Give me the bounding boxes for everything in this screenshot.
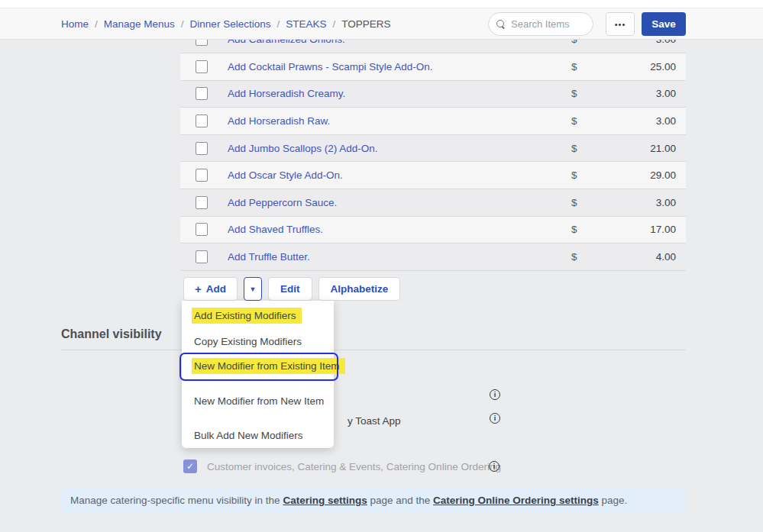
menu-item-bulk-add-new-modifiers[interactable]: Bulk Add New Modifiers — [194, 430, 303, 441]
banner-text: page and the — [367, 495, 433, 506]
add-dropdown-menu: Add Existing Modifiers Copy Existing Mod… — [182, 301, 334, 448]
save-button[interactable]: Save — [642, 12, 686, 36]
search-box[interactable] — [488, 12, 593, 36]
table-row: Add Oscar Style Add-On. $ 29.00 — [180, 162, 686, 189]
table-row-clipped: Add Caramelized Onions. $ 3.00 — [180, 40, 686, 53]
menu-item-add-existing-modifiers[interactable]: Add Existing Modifiers — [194, 310, 302, 321]
row-checkbox[interactable] — [196, 223, 208, 236]
menu-item-new-modifier-from-existing-item[interactable]: New Modifier from Existing Item — [194, 360, 345, 372]
modifier-name-link[interactable]: Add Peppercorn Sauce. — [228, 197, 571, 208]
breadcrumb-separator: / — [95, 18, 98, 30]
banner-text: Manage catering-specific menu visibility… — [70, 495, 283, 506]
row-checkbox[interactable] — [196, 40, 208, 46]
info-icon[interactable]: i — [490, 389, 500, 400]
section-divider — [61, 350, 686, 350]
checkmark-icon: ✓ — [186, 461, 194, 472]
row-checkbox[interactable] — [196, 142, 208, 155]
add-button[interactable]: + Add — [183, 277, 238, 301]
info-icon[interactable]: i — [490, 413, 500, 424]
table-row: Add Horseradish Raw. $ 3.00 — [180, 108, 686, 135]
modifier-name-link[interactable]: Add Truffle Butter. — [228, 251, 571, 263]
currency-symbol: $ — [571, 197, 594, 208]
modifier-table: Add Caramelized Onions. $ 3.00 Add Cockt… — [180, 40, 686, 271]
chevron-down-icon: ▼ — [250, 285, 257, 293]
row-checkbox[interactable] — [196, 87, 208, 100]
currency-symbol: $ — [571, 143, 594, 154]
row-checkbox[interactable] — [196, 196, 208, 209]
modifier-name-link[interactable]: Add Caramelized Onions. — [228, 40, 571, 45]
currency-symbol: $ — [571, 169, 594, 181]
breadcrumb: Home / Manage Menus / Dinner Selections … — [61, 8, 391, 39]
row-checkbox[interactable] — [196, 60, 208, 73]
table-actions: + Add ▼ Edit Alphabetize — [183, 277, 400, 301]
info-icon[interactable]: i — [489, 461, 500, 472]
annotation-highlight: New Modifier from Existing Item — [192, 358, 345, 374]
breadcrumb-dinner-selections[interactable]: Dinner Selections — [190, 18, 271, 30]
modifier-name-link[interactable]: Add Shaved Truffles. — [228, 224, 571, 235]
annotation-highlight: Add Existing Modifiers — [192, 308, 302, 324]
table-row: Add Horseradish Creamy. $ 3.00 — [180, 81, 686, 108]
breadcrumb-separator: / — [332, 18, 335, 30]
channel-row-catering: ✓ Customer invoices, Catering & Events, … — [183, 459, 501, 473]
plus-icon: + — [195, 283, 202, 295]
search-input[interactable] — [511, 18, 585, 30]
breadcrumb-manage-menus[interactable]: Manage Menus — [104, 18, 175, 30]
currency-symbol: $ — [571, 224, 594, 235]
top-white-strip — [0, 0, 763, 8]
currency-symbol: $ — [571, 115, 594, 127]
banner-text: page. — [599, 495, 628, 506]
row-checkbox[interactable] — [196, 250, 208, 263]
menu-item-copy-existing-modifiers[interactable]: Copy Existing Modifiers — [194, 336, 302, 347]
table-row: Add Shaved Truffles. $ 17.00 — [180, 217, 686, 244]
modifier-price: 3.00 — [594, 197, 686, 208]
modifier-price: 4.00 — [594, 251, 686, 263]
modifier-price: 3.00 — [594, 115, 686, 127]
menu-item-new-modifier-from-new-item[interactable]: New Modifier from New Item — [194, 395, 324, 407]
channel-label-partial: y Toast App — [348, 415, 401, 427]
breadcrumb-home[interactable]: Home — [61, 18, 89, 30]
alphabetize-button[interactable]: Alphabetize — [318, 277, 401, 301]
modifier-price: 21.00 — [594, 143, 686, 154]
catering-settings-link[interactable]: Catering settings — [283, 495, 367, 506]
channel-row-label: Customer invoices, Catering & Events, Ca… — [207, 461, 501, 472]
catering-online-ordering-settings-link[interactable]: Catering Online Ordering settings — [433, 495, 599, 506]
search-icon — [496, 20, 506, 29]
breadcrumb-separator: / — [181, 18, 184, 30]
checked-checkbox[interactable]: ✓ — [183, 459, 197, 473]
channel-visibility-title: Channel visibility — [61, 327, 162, 341]
breadcrumb-steaks[interactable]: STEAKS — [286, 18, 326, 30]
modifier-name-link[interactable]: Add Horseradish Raw. — [228, 115, 571, 127]
table-row: Add Peppercorn Sauce. $ 3.00 — [180, 189, 686, 217]
table-row: Add Cocktail Prawns - Scampi Style Add-O… — [180, 53, 686, 81]
modifier-price: 3.00 — [594, 40, 686, 45]
modifier-name-link[interactable]: Add Horseradish Creamy. — [228, 88, 571, 99]
catering-visibility-banner: Manage catering-specific menu visibility… — [61, 488, 686, 512]
add-button-label: Add — [206, 283, 226, 295]
modifier-price: 29.00 — [594, 169, 686, 181]
add-dropdown-toggle[interactable]: ▼ — [244, 277, 262, 301]
currency-symbol: $ — [571, 88, 594, 99]
table-row: Add Truffle Butter. $ 4.00 — [180, 243, 686, 271]
breadcrumb-current-toppers: TOPPERS — [341, 18, 390, 30]
modifier-price: 25.00 — [594, 61, 686, 73]
currency-symbol: $ — [571, 61, 594, 73]
modifier-name-link[interactable]: Add Oscar Style Add-On. — [228, 169, 571, 181]
modifier-name-link[interactable]: Add Jumbo Scallops (2) Add-On. — [228, 143, 571, 154]
modifier-name-link[interactable]: Add Cocktail Prawns - Scampi Style Add-O… — [228, 61, 571, 73]
modifier-price: 3.00 — [594, 88, 686, 99]
row-checkbox[interactable] — [196, 169, 208, 182]
modifier-price: 17.00 — [594, 224, 686, 235]
header-bar: Home / Manage Menus / Dinner Selections … — [0, 8, 763, 40]
row-checkbox[interactable] — [196, 114, 208, 127]
table-row: Add Caramelized Onions. $ 3.00 — [180, 40, 686, 53]
currency-symbol: $ — [571, 40, 594, 45]
more-options-button[interactable]: ••• — [606, 12, 635, 36]
breadcrumb-separator: / — [276, 18, 280, 30]
currency-symbol: $ — [571, 251, 594, 263]
table-row: Add Jumbo Scallops (2) Add-On. $ 21.00 — [180, 135, 686, 163]
edit-button[interactable]: Edit — [268, 277, 312, 301]
ellipsis-icon: ••• — [615, 20, 626, 29]
